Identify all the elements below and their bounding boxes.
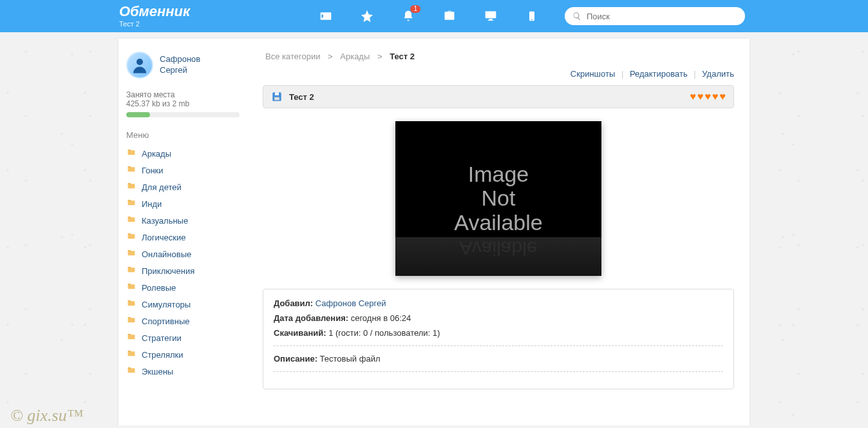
sidebar-item-label[interactable]: Онлайновые	[142, 249, 191, 259]
bell-icon[interactable]: 1	[401, 9, 415, 23]
sidebar-item-6[interactable]: Онлайновые	[126, 246, 240, 262]
sidebar-item-12[interactable]: Стрелялки	[126, 346, 240, 363]
storage-value: 425.37 kb из 2 mb	[126, 99, 240, 108]
folder-icon	[126, 316, 137, 326]
mobile-icon[interactable]	[525, 9, 539, 23]
info-separator-2	[274, 371, 723, 372]
briefcase-icon[interactable]	[442, 9, 457, 23]
avatar	[126, 52, 153, 79]
sidebar-item-label[interactable]: Приключения	[142, 266, 194, 276]
folder-icon	[126, 266, 137, 276]
folder-icon	[126, 333, 137, 343]
sidebar-item-13[interactable]: Экшены	[126, 363, 240, 380]
sidebar-item-2[interactable]: Для детей	[126, 179, 240, 195]
folder-icon	[126, 165, 137, 175]
svg-rect-3	[489, 19, 493, 20]
user-name: Сафронов Сергей	[160, 54, 200, 76]
star-icon[interactable]	[360, 9, 374, 23]
preview-reflection: Available	[395, 237, 601, 276]
user-block[interactable]: Сафронов Сергей	[126, 52, 240, 79]
info-author-link[interactable]: Сафронов Сергей	[316, 298, 386, 308]
sidebar-item-label[interactable]: Ролевые	[142, 283, 176, 293]
wallet-icon[interactable]	[319, 9, 333, 23]
user-name-last: Сергей	[160, 65, 200, 76]
edit-link[interactable]: Редактировать	[630, 69, 688, 79]
folder-icon	[126, 282, 137, 293]
search-icon	[572, 12, 581, 21]
sidebar-item-1[interactable]: Гонки	[126, 162, 240, 179]
svg-rect-10	[274, 97, 279, 101]
sidebar-item-label[interactable]: Логические	[142, 233, 185, 242]
sidebar: Сафронов Сергей Занято места 425.37 kb и…	[118, 39, 247, 425]
item-title: Тест 2	[289, 92, 314, 102]
preview-image: Image Not Available Available	[395, 121, 601, 276]
heart-icon: ♥	[712, 91, 719, 102]
folder-icon	[126, 366, 137, 376]
info-separator	[274, 345, 723, 346]
sidebar-item-label[interactable]: Гонки	[142, 166, 164, 175]
action-links: Скриншоты | Редактировать | Удалить	[263, 69, 734, 79]
sidebar-item-9[interactable]: Симуляторы	[126, 296, 240, 313]
storage-bar	[126, 112, 240, 117]
sidebar-item-5[interactable]: Логические	[126, 229, 240, 246]
search-input[interactable]	[587, 12, 737, 21]
preview-text: Image Not Available	[454, 162, 542, 235]
main-content: Все категории > Аркады > Тест 2 Скриншот…	[247, 39, 750, 425]
sidebar-item-label[interactable]: Стрелялки	[142, 350, 184, 360]
sidebar-item-7[interactable]: Приключения	[126, 262, 240, 279]
folder-icon	[126, 148, 137, 159]
folder-icon	[126, 299, 137, 309]
svg-point-6	[531, 19, 533, 20]
storage-fill	[126, 112, 150, 117]
monitor-icon[interactable]	[484, 9, 498, 23]
sidebar-item-4[interactable]: Казуальные	[126, 212, 240, 229]
heart-icon: ♥	[697, 91, 704, 102]
heart-icon: ♥	[705, 91, 712, 102]
watermark: © gix.su™	[10, 406, 83, 425]
info-box: Добавил: Сафронов Сергей Дата добавления…	[263, 289, 734, 389]
breadcrumb-category[interactable]: Аркады	[340, 52, 370, 61]
sidebar-item-label[interactable]: Казуальные	[142, 216, 188, 226]
info-downloads: Скачиваний: 1 (гости: 0 / пользователи: …	[274, 328, 723, 338]
sidebar-item-label[interactable]: Инди	[142, 199, 162, 209]
sidebar-item-label[interactable]: Симуляторы	[142, 300, 191, 309]
info-date: Дата добавления: сегодня в 06:24	[274, 313, 723, 323]
screenshots-link[interactable]: Скриншоты	[571, 69, 615, 79]
delete-link[interactable]: Удалить	[702, 69, 734, 79]
search-box[interactable]	[565, 7, 745, 25]
sidebar-item-0[interactable]: Аркады	[126, 145, 240, 162]
sidebar-item-label[interactable]: Экшены	[142, 367, 173, 376]
menu-list: АркадыГонкиДля детейИндиКазуальныеЛогиче…	[126, 145, 240, 380]
sidebar-item-8[interactable]: Ролевые	[126, 279, 240, 296]
container: Сафронов Сергей Занято места 425.37 kb и…	[118, 39, 750, 425]
brand-subtitle: Тест 2	[119, 20, 216, 28]
sidebar-item-label[interactable]: Стратегии	[142, 333, 182, 343]
folder-icon	[126, 349, 137, 360]
disk-icon	[271, 91, 283, 102]
breadcrumb-current: Тест 2	[390, 52, 415, 61]
brand[interactable]: Обменник Тест 2	[119, 5, 216, 28]
folder-icon	[126, 182, 137, 192]
sidebar-item-10[interactable]: Спортивные	[126, 313, 240, 329]
nav-icons: 1	[319, 9, 539, 23]
info-description: Описание: Тестовый файл	[274, 354, 723, 364]
user-name-first: Сафронов	[160, 54, 200, 65]
breadcrumb-root[interactable]: Все категории	[265, 52, 320, 61]
menu-heading: Меню	[126, 130, 240, 140]
info-added: Добавил: Сафронов Сергей	[274, 298, 723, 308]
breadcrumb: Все категории > Аркады > Тест 2	[263, 52, 734, 61]
svg-rect-1	[321, 15, 323, 18]
title-bar: Тест 2 ♥♥♥♥♥	[263, 85, 734, 108]
sidebar-item-label[interactable]: Для детей	[142, 182, 182, 192]
sidebar-item-3[interactable]: Инди	[126, 195, 240, 212]
folder-icon	[126, 249, 137, 259]
brand-title: Обменник	[119, 5, 216, 19]
topbar: Обменник Тест 2 1	[0, 0, 868, 32]
folder-icon	[126, 232, 137, 242]
sidebar-item-11[interactable]: Стратегии	[126, 329, 240, 346]
sidebar-item-label[interactable]: Аркады	[142, 149, 171, 159]
svg-point-7	[137, 59, 143, 65]
rating-hearts[interactable]: ♥♥♥♥♥	[690, 91, 726, 102]
svg-rect-2	[486, 12, 496, 19]
sidebar-item-label[interactable]: Спортивные	[142, 316, 189, 326]
